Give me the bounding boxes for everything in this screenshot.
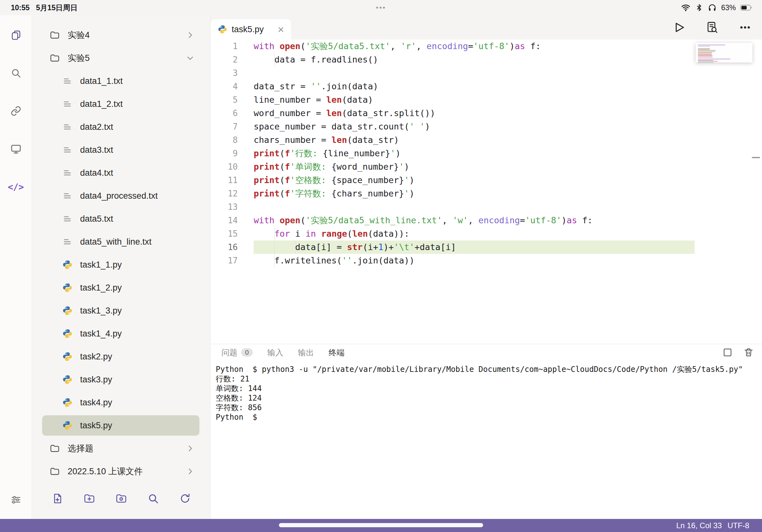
code-line-15[interactable]: 15 for i in range(len(data)):: [211, 227, 762, 240]
search-files-icon[interactable]: [146, 492, 160, 505]
code-line-6[interactable]: 6word_number = len(data_str.split()): [211, 106, 762, 120]
code-line-4[interactable]: 4data_str = ''.join(data): [211, 80, 762, 93]
code-line-12[interactable]: 12print(f'字符数: {chars_number}'): [211, 187, 762, 200]
code-text: line_number = len(data): [254, 93, 373, 106]
code-line-1[interactable]: 1with open('实验5/data5.txt', 'r', encodin…: [211, 39, 762, 53]
line-number: 14: [211, 216, 238, 225]
chevron-down-icon[interactable]: [186, 54, 194, 62]
code-line-2[interactable]: 2 data = f.readlines(): [211, 53, 762, 66]
sidebar-file-task1_1.py[interactable]: task1_1.py: [32, 253, 210, 276]
code-line-10[interactable]: 10print(f'单词数: {word_number}'): [211, 160, 762, 173]
code-line-3[interactable]: 3: [211, 66, 762, 80]
sidebar-file-task2.py[interactable]: task2.py: [32, 345, 210, 368]
code-line-17[interactable]: 17 f.writelines(''.join(data)): [211, 254, 762, 267]
search-icon[interactable]: [10, 67, 22, 79]
file-label: data1_2.txt: [80, 99, 123, 109]
monitor-icon[interactable]: [10, 143, 22, 155]
remote-link-icon[interactable]: [10, 104, 22, 117]
explorer-toolbar: [32, 492, 210, 505]
encoding-indicator[interactable]: UTF-8: [727, 521, 749, 530]
minimap[interactable]: [696, 43, 752, 62]
run-button[interactable]: [672, 21, 685, 34]
preview-icon[interactable]: [706, 21, 718, 34]
python-file-icon: [62, 397, 73, 408]
code-text: word_number = len(data_str.split()): [254, 106, 435, 120]
file-label: task2.py: [80, 352, 112, 362]
sidebar-folder-2022.5.10 上课文件[interactable]: 2022.5.10 上课文件: [32, 460, 210, 483]
sidebar-file-data4_processed.txt[interactable]: data4_processed.txt: [32, 184, 210, 207]
clear-panel-icon[interactable]: [723, 347, 733, 358]
activity-bar: </>: [0, 15, 32, 519]
panel-tab-label: 输入: [267, 347, 283, 358]
folder-settings-icon[interactable]: [114, 492, 128, 505]
chevron-right-icon[interactable]: [186, 31, 194, 39]
sidebar-file-data3.txt[interactable]: data3.txt: [32, 138, 210, 162]
new-file-icon[interactable]: [50, 492, 64, 505]
refresh-icon[interactable]: [178, 492, 192, 505]
code-line-5[interactable]: 5line_number = len(data): [211, 93, 762, 106]
panel-tab-问题[interactable]: 问题0: [221, 347, 253, 358]
line-number: 2: [211, 55, 238, 64]
sidebar-file-task4.py[interactable]: task4.py: [32, 391, 210, 414]
code-line-14[interactable]: 14with open('实验5/data5_with_line.txt', '…: [211, 214, 762, 227]
more-options-icon[interactable]: [739, 21, 751, 34]
line-number: 8: [211, 135, 238, 145]
files-explorer-icon[interactable]: [10, 29, 22, 41]
sidebar-file-task1_3.py[interactable]: task1_3.py: [32, 299, 210, 322]
code-line-9[interactable]: 9print(f'行数: {line_number}'): [211, 147, 762, 160]
code-line-13[interactable]: 13: [211, 200, 762, 214]
code-view-icon[interactable]: </>: [10, 180, 22, 193]
panel-tab-label: 问题: [221, 347, 237, 358]
code-line-8[interactable]: 8chars_number = len(data_str): [211, 133, 762, 147]
sidebar-file-data1_1.txt[interactable]: data1_1.txt: [32, 70, 210, 93]
file-label: data4.txt: [80, 168, 113, 178]
sidebar-file-data2.txt[interactable]: data2.txt: [32, 115, 210, 138]
panel-tab-终端[interactable]: 终端: [329, 347, 344, 358]
text-file-icon: [62, 121, 73, 133]
folder-icon: [49, 52, 61, 64]
tab-title: task5.py: [232, 25, 264, 34]
code-editor[interactable]: 1with open('实验5/data5.txt', 'r', encodin…: [211, 39, 762, 344]
line-number: 15: [211, 229, 238, 238]
sidebar-folder-实验5[interactable]: 实验5: [32, 46, 210, 70]
cursor-position[interactable]: Ln 16, Col 33: [676, 521, 722, 530]
sidebar-file-data1_2.txt[interactable]: data1_2.txt: [32, 93, 210, 115]
settings-sliders-icon[interactable]: [10, 494, 22, 506]
sidebar-file-task1_4.py[interactable]: task1_4.py: [32, 322, 210, 345]
sidebar-file-data5_with_line.txt[interactable]: data5_with_line.txt: [32, 230, 210, 253]
tab-task5-py[interactable]: task5.py ×: [211, 19, 291, 39]
file-label: data2.txt: [80, 122, 113, 132]
terminal-output[interactable]: Python $ python3 -u "/private/var/mobile…: [211, 361, 762, 519]
sidebar-file-task3.py[interactable]: task3.py: [32, 368, 210, 391]
sidebar-file-data4.txt[interactable]: data4.txt: [32, 162, 210, 184]
chevron-right-icon[interactable]: [186, 444, 194, 453]
sidebar-file-task1_2.py[interactable]: task1_2.py: [32, 276, 210, 299]
folder-icon: [49, 443, 61, 454]
code-line-11[interactable]: 11print(f'空格数: {space_number}'): [211, 173, 762, 187]
line-number: 10: [211, 162, 238, 171]
sidebar-file-task5.py[interactable]: task5.py: [32, 414, 210, 437]
file-label: task1_2.py: [80, 283, 122, 293]
sidebar-folder-选择题[interactable]: 选择题: [32, 437, 210, 460]
code-text: with open('实验5/data5_with_line.txt', 'w'…: [254, 214, 592, 227]
panel-tab-输出[interactable]: 输出: [298, 347, 314, 358]
code-line-16[interactable]: 16 data[i] = str(i+1)+'\t'+data[i]: [211, 240, 762, 254]
scrollbar-thumb[interactable]: [752, 157, 760, 158]
python-file-icon: [62, 282, 73, 294]
terminal-line: 字符数: 856: [216, 403, 756, 412]
trash-icon[interactable]: [743, 347, 754, 358]
sidebar-file-data5.txt[interactable]: data5.txt: [32, 207, 210, 230]
panel-tab-输入[interactable]: 输入: [267, 347, 283, 358]
file-label: data3.txt: [80, 145, 113, 155]
line-number: 7: [211, 122, 238, 131]
new-folder-icon[interactable]: [82, 492, 96, 505]
python-file-icon: [62, 374, 73, 385]
python-file-icon: [62, 259, 73, 270]
status-bar: Ln 16, Col 33 UTF-8: [0, 519, 762, 532]
chevron-right-icon[interactable]: [186, 467, 194, 476]
bottom-panel: 问题0输入输出终端 Python $ python3 -u "/private/…: [211, 344, 762, 519]
sidebar-folder-实验4[interactable]: 实验4: [32, 24, 210, 46]
code-line-7[interactable]: 7space_number = data_str.count(' '): [211, 120, 762, 133]
home-indicator[interactable]: [279, 523, 483, 527]
close-tab-icon[interactable]: ×: [277, 24, 284, 35]
